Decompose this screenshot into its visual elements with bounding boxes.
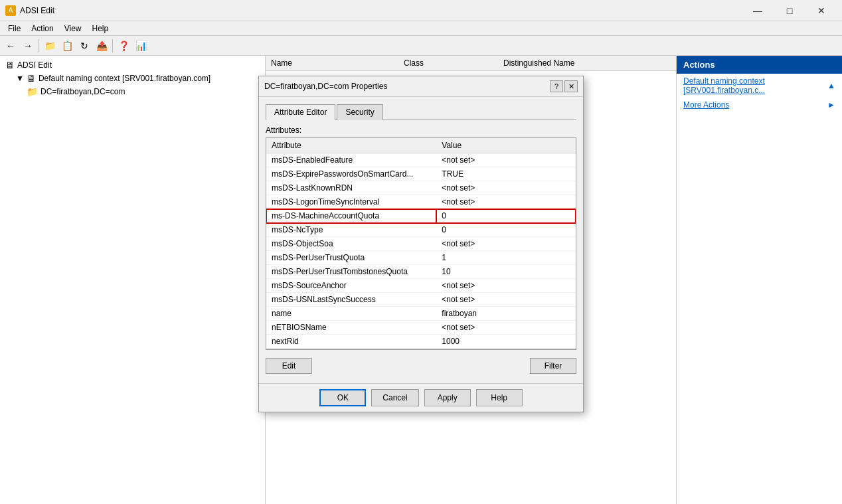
tree-panel: 🖥 ADSI Edit ▼ 🖥 Default naming context […: [0, 56, 266, 504]
attr-table-header: Attribute Value: [266, 138, 576, 153]
table-row[interactable]: msDS-USNLastSyncSuccess<not set>: [266, 293, 576, 307]
attr-name-cell: msDS-PerUserTrustQuota: [266, 251, 436, 265]
folder-icon: 📁: [27, 86, 38, 97]
attr-name-cell: msDS-EnabledFeature: [266, 153, 436, 167]
attr-value-cell: 0: [436, 223, 576, 237]
attr-value-cell: <not set>: [436, 293, 576, 307]
attr-name-cell: nextRid: [266, 335, 436, 349]
table-row[interactable]: msDS-LogonTimeSyncInterval<not set>: [266, 195, 576, 209]
tree-dc-item[interactable]: 📁 DC=firatboyan,DC=com: [3, 85, 262, 98]
actions-more[interactable]: More Actions ►: [677, 98, 842, 112]
tab-security[interactable]: Security: [337, 104, 382, 120]
dialog-question-button[interactable]: ?: [550, 80, 563, 92]
edit-button[interactable]: Edit: [266, 358, 312, 374]
tree-root-label: ADSI Edit: [17, 60, 52, 70]
attr-name-cell: msDS-USNLastSyncSuccess: [266, 293, 436, 307]
attr-name-cell: ms-DS-MachineAccountQuota: [266, 209, 436, 223]
table-row[interactable]: msDS-NcType0: [266, 223, 576, 237]
expand-arrow-icon: ▲: [827, 81, 835, 90]
properties-button[interactable]: 📊: [133, 38, 149, 54]
dialog-footer: OK Cancel Apply Help: [259, 383, 583, 412]
attr-name-cell: msDS-PerUserTrustTombstonesQuota: [266, 265, 436, 279]
maximize-button[interactable]: □: [774, 1, 805, 21]
attr-value-cell: <not set>: [436, 153, 576, 167]
adsi-edit-icon: 🖥: [5, 60, 15, 70]
attr-value-cell: 1: [436, 251, 576, 265]
attr-value-cell: <not set>: [436, 195, 576, 209]
tree-naming-context[interactable]: ▼ 🖥 Default naming context [SRV001.firat…: [3, 72, 262, 85]
more-actions-arrow-icon: ►: [827, 100, 835, 110]
actions-more-label: More Actions: [683, 100, 729, 110]
horizontal-scrollbar[interactable]: [266, 349, 576, 350]
actions-header: Actions: [677, 56, 842, 74]
cancel-button[interactable]: Cancel: [371, 389, 418, 406]
back-button[interactable]: ←: [3, 38, 19, 54]
attr-name-cell: nETBIOSName: [266, 321, 436, 335]
table-row[interactable]: ms-DS-MachineAccountQuota0: [266, 209, 576, 223]
col-name[interactable]: Name: [266, 56, 398, 71]
attr-value-cell: firatboyan: [436, 307, 576, 321]
forward-button[interactable]: →: [20, 38, 36, 54]
help-button[interactable]: ❓: [116, 38, 131, 54]
refresh-button[interactable]: ↻: [76, 38, 92, 54]
dialog-body: Attribute Editor Security Attributes: At…: [259, 97, 583, 383]
attr-value-cell: 0: [436, 209, 576, 223]
table-row[interactable]: msDS-LastKnownRDN<not set>: [266, 181, 576, 195]
menu-help[interactable]: Help: [87, 23, 114, 35]
actions-naming-context[interactable]: Default naming context [SRV001.firatboya…: [677, 74, 842, 98]
copy-button[interactable]: 📋: [59, 38, 75, 54]
col-attribute[interactable]: Attribute: [266, 138, 436, 153]
tab-bar: Attribute Editor Security: [266, 104, 576, 120]
attributes-table-container[interactable]: Attribute Value msDS-EnabledFeature<not …: [266, 137, 576, 350]
table-row[interactable]: msDS-ExpirePasswordsOnSmartCard...TRUE: [266, 167, 576, 181]
dialog-title: DC=firatboyan,DC=com Properties: [264, 82, 387, 91]
attributes-label: Attributes:: [266, 126, 576, 135]
attr-name-cell: msDS-NcType: [266, 223, 436, 237]
close-button[interactable]: ✕: [806, 1, 837, 21]
attr-name-cell: msDS-LogonTimeSyncInterval: [266, 195, 436, 209]
menu-action[interactable]: Action: [26, 23, 58, 35]
apply-button[interactable]: Apply: [424, 389, 471, 406]
ok-button[interactable]: OK: [319, 389, 366, 406]
col-value[interactable]: Value: [436, 138, 576, 153]
properties-dialog: DC=firatboyan,DC=com Properties ? ✕ Attr…: [258, 76, 584, 412]
minimize-button[interactable]: —: [742, 1, 773, 21]
attr-value-cell: <not set>: [436, 237, 576, 251]
menu-file[interactable]: File: [3, 23, 26, 35]
attr-name-cell: msDS-ObjectSoa: [266, 237, 436, 251]
export-button[interactable]: 📤: [94, 38, 110, 54]
table-row[interactable]: msDS-EnabledFeature<not set>: [266, 153, 576, 167]
toolbar: ← → 📁 📋 ↻ 📤 ❓ 📊: [0, 36, 842, 56]
attributes-table: Attribute Value msDS-EnabledFeature<not …: [266, 138, 576, 349]
edit-filter-row: Edit Filter: [266, 355, 576, 377]
naming-context-icon: 🖥: [27, 73, 36, 84]
col-dn[interactable]: Distinguished Name: [498, 56, 676, 71]
table-row[interactable]: nETBIOSName<not set>: [266, 321, 576, 335]
window-controls: — □ ✕: [742, 1, 837, 21]
list-table: Name Class Distinguished Name: [266, 56, 676, 71]
table-row[interactable]: msDS-SourceAnchor<not set>: [266, 279, 576, 293]
open-folder-button[interactable]: 📁: [42, 38, 58, 54]
table-row[interactable]: namefiratboyan: [266, 307, 576, 321]
attr-name-cell: msDS-LastKnownRDN: [266, 181, 436, 195]
tree-naming-context-label: Default naming context [SRV001.firatboya…: [39, 74, 210, 83]
table-row[interactable]: msDS-PerUserTrustTombstonesQuota10: [266, 265, 576, 279]
attr-value-cell: TRUE: [436, 167, 576, 181]
filter-button[interactable]: Filter: [530, 358, 576, 374]
table-row[interactable]: nextRid1000: [266, 335, 576, 349]
attr-name-cell: msDS-ExpirePasswordsOnSmartCard...: [266, 167, 436, 181]
table-row[interactable]: msDS-ObjectSoa<not set>: [266, 237, 576, 251]
tab-attribute-editor[interactable]: Attribute Editor: [266, 104, 335, 120]
attr-value-cell: <not set>: [436, 181, 576, 195]
expand-icon: ▼: [16, 74, 24, 83]
dialog-close-button[interactable]: ✕: [564, 80, 578, 92]
menu-view[interactable]: View: [59, 23, 87, 35]
attr-value-cell: <not set>: [436, 321, 576, 335]
table-row[interactable]: msDS-PerUserTrustQuota1: [266, 251, 576, 265]
col-class[interactable]: Class: [398, 56, 498, 71]
toolbar-separator-2: [112, 39, 113, 52]
actions-naming-context-label: Default naming context [SRV001.firatboya…: [683, 76, 827, 95]
tree-root-item[interactable]: 🖥 ADSI Edit: [3, 58, 262, 72]
help-dialog-button[interactable]: Help: [476, 389, 523, 406]
attr-value-cell: 10: [436, 265, 576, 279]
